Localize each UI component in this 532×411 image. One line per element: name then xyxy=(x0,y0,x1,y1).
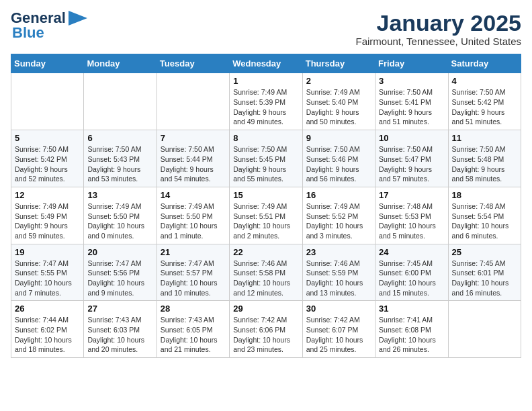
day-info: Sunrise: 7:42 AMSunset: 6:07 PMDaylight:… xyxy=(306,315,371,355)
calendar-cell: 2Sunrise: 7:49 AMSunset: 5:40 PMDaylight… xyxy=(302,73,375,130)
logo: General Blue xyxy=(11,11,87,40)
day-number: 16 xyxy=(306,190,371,200)
calendar-week-1: 1Sunrise: 7:49 AMSunset: 5:39 PMDaylight… xyxy=(11,73,521,130)
calendar-cell: 18Sunrise: 7:48 AMSunset: 5:54 PMDayligh… xyxy=(448,187,521,244)
day-number: 31 xyxy=(379,304,444,314)
day-info: Sunrise: 7:49 AMSunset: 5:49 PMDaylight:… xyxy=(15,201,80,241)
day-number: 30 xyxy=(306,304,371,314)
day-info: Sunrise: 7:47 AMSunset: 5:55 PMDaylight:… xyxy=(15,259,80,298)
calendar-cell: 31Sunrise: 7:41 AMSunset: 6:08 PMDayligh… xyxy=(375,301,448,358)
calendar-cell: 21Sunrise: 7:47 AMSunset: 5:57 PMDayligh… xyxy=(157,244,229,301)
calendar-cell: 9Sunrise: 7:50 AMSunset: 5:46 PMDaylight… xyxy=(302,130,375,187)
weekday-header-sunday: Sunday xyxy=(11,54,84,73)
day-info: Sunrise: 7:50 AMSunset: 5:42 PMDaylight:… xyxy=(452,87,517,127)
day-info: Sunrise: 7:50 AMSunset: 5:41 PMDaylight:… xyxy=(379,87,444,127)
calendar-week-5: 26Sunrise: 7:44 AMSunset: 6:02 PMDayligh… xyxy=(11,301,521,358)
day-number: 5 xyxy=(15,133,80,143)
day-info: Sunrise: 7:47 AMSunset: 5:57 PMDaylight:… xyxy=(161,259,226,298)
day-number: 2 xyxy=(306,76,371,86)
weekday-header-tuesday: Tuesday xyxy=(157,54,229,73)
calendar-cell: 24Sunrise: 7:45 AMSunset: 6:00 PMDayligh… xyxy=(375,244,448,301)
calendar-cell: 20Sunrise: 7:47 AMSunset: 5:56 PMDayligh… xyxy=(84,244,157,301)
day-info: Sunrise: 7:44 AMSunset: 6:02 PMDaylight:… xyxy=(15,315,80,355)
calendar-cell: 23Sunrise: 7:46 AMSunset: 5:59 PMDayligh… xyxy=(302,244,375,301)
calendar-cell: 5Sunrise: 7:50 AMSunset: 5:42 PMDaylight… xyxy=(11,130,84,187)
calendar-cell: 30Sunrise: 7:42 AMSunset: 6:07 PMDayligh… xyxy=(302,301,375,358)
calendar-cell: 25Sunrise: 7:45 AMSunset: 6:01 PMDayligh… xyxy=(448,244,521,301)
day-number: 27 xyxy=(87,304,152,314)
day-number: 15 xyxy=(233,190,298,200)
calendar-week-2: 5Sunrise: 7:50 AMSunset: 5:42 PMDaylight… xyxy=(11,130,521,187)
calendar-cell: 22Sunrise: 7:46 AMSunset: 5:58 PMDayligh… xyxy=(230,244,302,301)
day-number: 22 xyxy=(233,247,298,257)
day-number: 18 xyxy=(452,190,517,200)
day-number: 4 xyxy=(452,76,517,86)
day-info: Sunrise: 7:49 AMSunset: 5:51 PMDaylight:… xyxy=(233,201,298,241)
day-info: Sunrise: 7:46 AMSunset: 5:59 PMDaylight:… xyxy=(306,259,371,298)
day-info: Sunrise: 7:50 AMSunset: 5:46 PMDaylight:… xyxy=(306,144,371,184)
calendar-cell: 14Sunrise: 7:49 AMSunset: 5:50 PMDayligh… xyxy=(157,187,229,244)
calendar-cell: 7Sunrise: 7:50 AMSunset: 5:44 PMDaylight… xyxy=(157,130,229,187)
day-info: Sunrise: 7:41 AMSunset: 6:08 PMDaylight:… xyxy=(379,315,444,355)
day-number: 1 xyxy=(233,76,298,86)
day-number: 28 xyxy=(161,304,226,314)
logo-blue-text: Blue xyxy=(12,24,44,41)
logo-arrow-icon xyxy=(69,11,87,26)
day-info: Sunrise: 7:49 AMSunset: 5:50 PMDaylight:… xyxy=(161,201,226,241)
calendar-cell: 3Sunrise: 7:50 AMSunset: 5:41 PMDaylight… xyxy=(375,73,448,130)
calendar-cell xyxy=(157,73,229,130)
day-number: 23 xyxy=(306,247,371,257)
day-info: Sunrise: 7:49 AMSunset: 5:40 PMDaylight:… xyxy=(306,87,371,127)
calendar-cell: 4Sunrise: 7:50 AMSunset: 5:42 PMDaylight… xyxy=(448,73,521,130)
day-number: 21 xyxy=(161,247,226,257)
weekday-header-monday: Monday xyxy=(84,54,157,73)
day-info: Sunrise: 7:50 AMSunset: 5:44 PMDaylight:… xyxy=(161,144,226,184)
calendar-cell: 27Sunrise: 7:43 AMSunset: 6:03 PMDayligh… xyxy=(84,301,157,358)
day-info: Sunrise: 7:49 AMSunset: 5:52 PMDaylight:… xyxy=(306,201,371,241)
weekday-header-saturday: Saturday xyxy=(448,54,521,73)
calendar-cell xyxy=(11,73,84,130)
day-number: 7 xyxy=(161,133,226,143)
day-info: Sunrise: 7:42 AMSunset: 6:06 PMDaylight:… xyxy=(233,315,298,355)
calendar-table: SundayMondayTuesdayWednesdayThursdayFrid… xyxy=(11,54,521,358)
calendar-cell: 15Sunrise: 7:49 AMSunset: 5:51 PMDayligh… xyxy=(230,187,302,244)
day-info: Sunrise: 7:50 AMSunset: 5:47 PMDaylight:… xyxy=(379,144,444,184)
calendar-cell: 8Sunrise: 7:50 AMSunset: 5:45 PMDaylight… xyxy=(230,130,302,187)
day-number: 24 xyxy=(379,247,444,257)
day-info: Sunrise: 7:43 AMSunset: 6:03 PMDaylight:… xyxy=(87,315,152,355)
day-number: 3 xyxy=(379,76,444,86)
month-title: January 2025 xyxy=(355,11,521,36)
calendar-week-3: 12Sunrise: 7:49 AMSunset: 5:49 PMDayligh… xyxy=(11,187,521,244)
title-area: January 2025 Fairmount, Tennessee, Unite… xyxy=(355,11,521,47)
weekday-header-row: SundayMondayTuesdayWednesdayThursdayFrid… xyxy=(11,54,521,73)
day-info: Sunrise: 7:46 AMSunset: 5:58 PMDaylight:… xyxy=(233,259,298,298)
logo-text: General xyxy=(11,11,66,26)
day-number: 10 xyxy=(379,133,444,143)
day-number: 17 xyxy=(379,190,444,200)
calendar-cell: 16Sunrise: 7:49 AMSunset: 5:52 PMDayligh… xyxy=(302,187,375,244)
day-number: 11 xyxy=(452,133,517,143)
calendar-week-4: 19Sunrise: 7:47 AMSunset: 5:55 PMDayligh… xyxy=(11,244,521,301)
day-info: Sunrise: 7:49 AMSunset: 5:39 PMDaylight:… xyxy=(233,87,298,127)
weekday-header-friday: Friday xyxy=(375,54,448,73)
day-number: 14 xyxy=(161,190,226,200)
day-info: Sunrise: 7:43 AMSunset: 6:05 PMDaylight:… xyxy=(161,315,226,355)
day-info: Sunrise: 7:50 AMSunset: 5:48 PMDaylight:… xyxy=(452,144,517,184)
day-info: Sunrise: 7:45 AMSunset: 6:01 PMDaylight:… xyxy=(452,259,517,298)
day-info: Sunrise: 7:48 AMSunset: 5:53 PMDaylight:… xyxy=(379,201,444,241)
day-number: 8 xyxy=(233,133,298,143)
day-number: 13 xyxy=(87,190,152,200)
calendar-cell: 29Sunrise: 7:42 AMSunset: 6:06 PMDayligh… xyxy=(230,301,302,358)
calendar-cell: 13Sunrise: 7:49 AMSunset: 5:50 PMDayligh… xyxy=(84,187,157,244)
day-number: 9 xyxy=(306,133,371,143)
calendar-cell xyxy=(84,73,157,130)
calendar-cell: 17Sunrise: 7:48 AMSunset: 5:53 PMDayligh… xyxy=(375,187,448,244)
day-info: Sunrise: 7:50 AMSunset: 5:42 PMDaylight:… xyxy=(15,144,80,184)
weekday-header-wednesday: Wednesday xyxy=(230,54,302,73)
svg-marker-0 xyxy=(69,11,87,26)
day-info: Sunrise: 7:45 AMSunset: 6:00 PMDaylight:… xyxy=(379,259,444,298)
day-number: 20 xyxy=(87,247,152,257)
day-number: 29 xyxy=(233,304,298,314)
day-number: 25 xyxy=(452,247,517,257)
calendar-cell: 19Sunrise: 7:47 AMSunset: 5:55 PMDayligh… xyxy=(11,244,84,301)
